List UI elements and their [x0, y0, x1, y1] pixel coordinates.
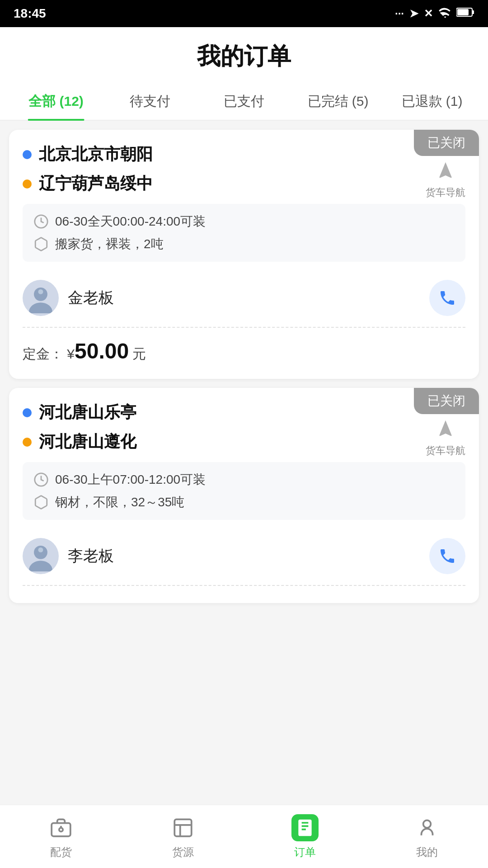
svg-rect-1 [472, 10, 474, 14]
svg-point-10 [38, 547, 43, 552]
order-card-1: 已关闭 货车导航 北京北京市朝阳 辽宁葫芦岛绥中 [9, 130, 479, 379]
svg-point-5 [29, 302, 52, 313]
tab-pending[interactable]: 待支付 [103, 81, 197, 120]
driver-row-2: 李老板 [23, 531, 465, 581]
order-status-badge-2: 已关闭 [414, 388, 479, 414]
cargo-text-1: 搬家货，裸装，2吨 [55, 236, 164, 253]
order-card-2: 已关闭 货车导航 河北唐山乐亭 河北唐山遵化 [9, 388, 479, 603]
cargo-text-2: 钢材，不限，32～35吨 [55, 494, 184, 511]
truck-nav-icon-2 [432, 415, 459, 442]
bottom-nav: 配货 货源 订单 我的 [0, 805, 488, 868]
tab-completed[interactable]: 已完结 (5) [291, 81, 385, 120]
route-2: 河北唐山乐亭 河北唐山遵化 [23, 401, 465, 453]
call-button-2[interactable] [429, 538, 465, 574]
avatar-2 [23, 538, 59, 574]
order-list: 已关闭 货车导航 北京北京市朝阳 辽宁葫芦岛绥中 [0, 121, 488, 675]
destination-text-2: 河北唐山遵化 [39, 431, 136, 453]
time-info-2: 06-30上午07:00-12:00可装 [33, 471, 455, 488]
svg-point-6 [38, 289, 43, 294]
info-box-2: 06-30上午07:00-12:00可装 钢材，不限，32～35吨 [23, 462, 465, 520]
destination-1: 辽宁葫芦岛绥中 [23, 173, 411, 195]
cargo-info-2: 钢材，不限，32～35吨 [33, 494, 455, 511]
wifi-icon [438, 6, 451, 21]
driver-info-2: 李老板 [23, 538, 114, 574]
tab-paid[interactable]: 已支付 [197, 81, 291, 120]
origin-1: 北京北京市朝阳 [23, 143, 411, 165]
driver-name-1: 金老板 [68, 288, 114, 308]
origin-2: 河北唐山乐亭 [23, 401, 411, 424]
cargo-label: 货源 [172, 845, 194, 859]
mine-label: 我的 [416, 845, 438, 859]
order-status-badge-1: 已关闭 [414, 130, 479, 156]
time-info-1: 06-30全天00:00-24:00可装 [33, 213, 455, 230]
svg-point-12 [59, 828, 63, 831]
location-icon: ➤ [409, 7, 418, 20]
nav-label-1: 货车导航 [426, 186, 465, 199]
svg-rect-13 [174, 819, 192, 836]
dispatch-label: 配货 [50, 845, 72, 859]
svg-rect-11 [52, 823, 70, 836]
battery-icon [456, 7, 474, 20]
nav-order[interactable]: 订单 [244, 814, 366, 859]
origin-text-2: 河北唐山乐亭 [39, 401, 136, 424]
time-text-2: 06-30上午07:00-12:00可装 [55, 471, 206, 488]
order-label: 订单 [294, 845, 316, 859]
signal-icon: ··· [395, 7, 404, 20]
destination-dot-2 [23, 438, 32, 447]
deposit-amount-1: 50.00 [75, 339, 129, 363]
deposit-unit-1: 元 [129, 346, 146, 361]
tab-bar: 全部 (12) 待支付 已支付 已完结 (5) 已退款 (1) [0, 81, 488, 121]
tab-refunded[interactable]: 已退款 (1) [385, 81, 479, 120]
navigation-button-1[interactable]: 货车导航 [426, 157, 465, 199]
price-row-1: 定金： ¥50.00 元 [23, 331, 465, 365]
divider-2 [23, 585, 465, 586]
status-time: 18:45 [14, 6, 46, 21]
status-icons: ··· ➤ ✕ [395, 6, 474, 21]
divider-1 [23, 327, 465, 328]
destination-2: 河北唐山遵化 [23, 431, 411, 453]
tab-all[interactable]: 全部 (12) [9, 81, 103, 120]
svg-rect-14 [298, 819, 311, 836]
cargo-info-1: 搬家货，裸装，2吨 [33, 236, 455, 253]
cargo-icon [169, 814, 197, 841]
call-button-1[interactable] [429, 280, 465, 316]
sim-icon: ✕ [424, 7, 433, 20]
svg-point-16 [423, 820, 431, 828]
origin-dot-1 [23, 150, 32, 159]
header: 我的订单 [0, 27, 488, 81]
driver-row-1: 金老板 [23, 273, 465, 323]
origin-text-1: 北京北京市朝阳 [39, 143, 153, 165]
nav-label-2: 货车导航 [426, 444, 465, 458]
svg-rect-2 [457, 9, 469, 15]
truck-nav-icon-1 [432, 157, 459, 184]
driver-info-1: 金老板 [23, 280, 114, 316]
mine-icon [413, 814, 441, 841]
info-box-1: 06-30全天00:00-24:00可装 搬家货，裸装，2吨 [23, 204, 465, 262]
nav-mine[interactable]: 我的 [366, 814, 488, 859]
driver-name-2: 李老板 [68, 546, 114, 566]
nav-cargo[interactable]: 货源 [122, 814, 244, 859]
svg-point-9 [29, 561, 52, 571]
navigation-button-2[interactable]: 货车导航 [426, 415, 465, 458]
destination-text-1: 辽宁葫芦岛绥中 [39, 173, 153, 195]
time-text-1: 06-30全天00:00-24:00可装 [55, 213, 206, 230]
destination-dot-1 [23, 179, 32, 189]
deposit-label-1: 定金： [23, 346, 63, 361]
page-title: 我的订单 [197, 43, 291, 69]
origin-dot-2 [23, 408, 32, 417]
route-1: 北京北京市朝阳 辽宁葫芦岛绥中 [23, 143, 465, 195]
status-bar: 18:45 ··· ➤ ✕ [0, 0, 488, 27]
dispatch-icon [47, 814, 75, 841]
order-icon [291, 814, 319, 841]
deposit-symbol-1: ¥ [63, 346, 75, 361]
nav-dispatch[interactable]: 配货 [0, 814, 122, 859]
avatar-1 [23, 280, 59, 316]
